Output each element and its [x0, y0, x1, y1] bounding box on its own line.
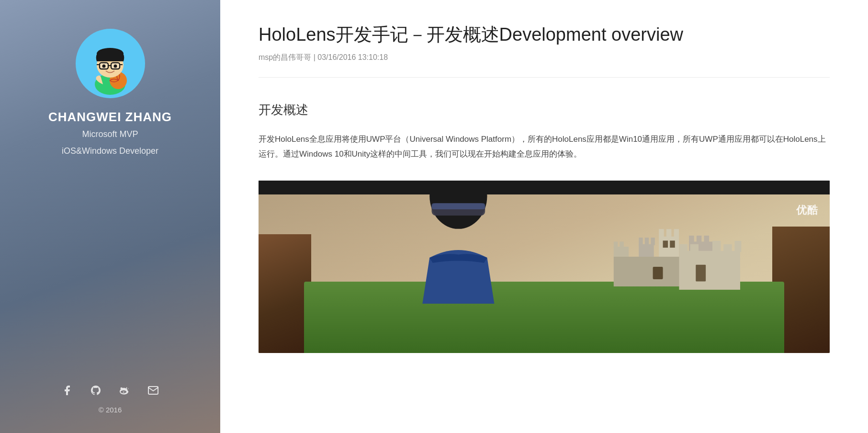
svg-rect-39	[735, 241, 742, 252]
svg-rect-37	[712, 241, 721, 252]
youku-watermark: 优酷	[796, 203, 818, 217]
video-room: 优酷	[259, 194, 830, 353]
svg-rect-34	[679, 251, 740, 290]
person-silhouette	[407, 181, 510, 306]
right-castle	[647, 234, 772, 290]
article-title: HoloLens开发手记－开发概述Development overview	[259, 24, 830, 46]
copyright-text: © 2016	[99, 406, 122, 414]
table-surface	[304, 282, 784, 353]
svg-point-11	[102, 64, 106, 68]
github-icon[interactable]	[88, 383, 103, 398]
svg-rect-35	[679, 244, 688, 252]
sidebar-top: CHANGWEI ZHANG Microsoft MVP iOS&Windows…	[48, 29, 172, 156]
main-content: HoloLens开发手记－开发概述Development overview ms…	[220, 0, 868, 433]
social-icons	[59, 383, 161, 398]
article-body: 开发HoloLens全息应用将使用UWP平台（Universal Windows…	[259, 132, 830, 162]
svg-rect-18	[620, 241, 624, 248]
section-title: 开发概述	[259, 102, 830, 118]
email-icon[interactable]	[146, 383, 161, 398]
author-role2: iOS&Windows Developer	[62, 146, 158, 156]
article-meta: msp的昌伟哥哥 | 03/16/2016 13:10:18	[259, 53, 830, 78]
svg-rect-16	[614, 246, 629, 256]
svg-rect-17	[614, 241, 618, 248]
furniture-left	[259, 234, 311, 353]
avatar-image	[79, 33, 141, 95]
svg-rect-20	[639, 238, 643, 245]
svg-point-12	[114, 64, 117, 68]
video-placeholder: 优酷	[259, 181, 830, 353]
facebook-icon[interactable]	[59, 383, 75, 398]
svg-rect-36	[690, 244, 699, 252]
svg-rect-38	[723, 244, 732, 252]
svg-rect-43	[432, 203, 485, 209]
sidebar-bottom: © 2016	[59, 383, 161, 414]
author-name: CHANGWEI ZHANG	[48, 110, 172, 125]
author-role1: Microsoft MVP	[82, 129, 138, 139]
video-scene: 优酷	[259, 181, 830, 353]
svg-rect-40	[696, 265, 706, 282]
sidebar: CHANGWEI ZHANG Microsoft MVP iOS&Windows…	[0, 0, 220, 433]
video-container[interactable]: 优酷	[259, 181, 830, 353]
avatar	[76, 29, 145, 98]
weibo-icon[interactable]	[117, 383, 132, 398]
